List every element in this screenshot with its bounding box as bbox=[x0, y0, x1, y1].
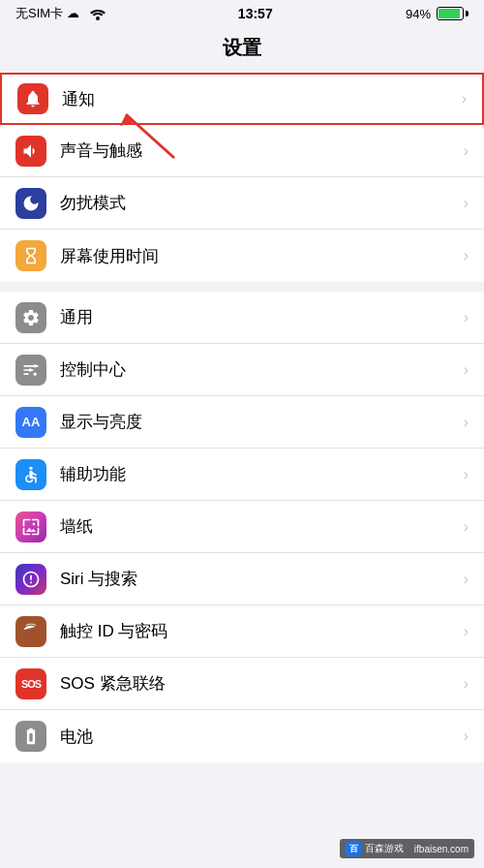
battery-icon-svg bbox=[21, 727, 41, 746]
siri-label: Siri 与搜索 bbox=[60, 568, 456, 590]
sound-icon bbox=[21, 141, 41, 161]
status-time: 13:57 bbox=[238, 6, 273, 21]
display-icon: AA bbox=[15, 407, 46, 438]
sounds-label: 声音与触感 bbox=[60, 140, 456, 162]
gear-icon bbox=[21, 308, 41, 327]
battery-percent: 94% bbox=[406, 7, 431, 21]
hourglass-icon bbox=[21, 246, 41, 265]
accessibility-icon-svg bbox=[21, 465, 41, 484]
svg-point-4 bbox=[29, 368, 32, 371]
fingerprint-icon bbox=[21, 622, 41, 641]
sounds-icon bbox=[15, 136, 46, 167]
watermark-icon: 百 bbox=[346, 841, 361, 856]
wifi-icon bbox=[90, 9, 106, 20]
notifications-icon bbox=[17, 83, 48, 114]
wallpaper-chevron: › bbox=[464, 518, 469, 536]
general-chevron: › bbox=[464, 309, 469, 326]
svg-point-6 bbox=[29, 466, 32, 469]
touchid-chevron: › bbox=[464, 623, 469, 640]
watermark: 百 百森游戏 ifbaisen.com bbox=[340, 839, 474, 858]
display-chevron: › bbox=[464, 414, 469, 431]
settings-item-sos[interactable]: SOS SOS 紧急联络 › bbox=[0, 658, 484, 710]
accessibility-label: 辅助功能 bbox=[60, 463, 456, 485]
settings-item-display[interactable]: AA 显示与亮度 › bbox=[0, 396, 484, 449]
settings-item-battery[interactable]: 电池 › bbox=[0, 710, 484, 762]
wallpaper-icon bbox=[15, 512, 46, 542]
controlcenter-icon bbox=[15, 355, 46, 386]
donotdisturb-label: 勿扰模式 bbox=[60, 192, 456, 214]
screentime-icon bbox=[15, 240, 46, 271]
wallpaper-icon-svg bbox=[21, 517, 41, 537]
settings-item-controlcenter[interactable]: 控制中心 › bbox=[0, 344, 484, 396]
notifications-chevron: › bbox=[462, 90, 467, 108]
watermark-url: ifbaisen.com bbox=[414, 844, 469, 854]
general-icon bbox=[15, 302, 46, 333]
display-label: 显示与亮度 bbox=[60, 411, 456, 433]
screentime-chevron: › bbox=[464, 247, 469, 264]
accessibility-chevron: › bbox=[464, 466, 469, 483]
status-bar: 无SIM卡 ☁ 13:57 94% bbox=[0, 0, 484, 27]
settings-group-1: 通知 › 声音与触感 › 勿扰模式 › bbox=[0, 73, 484, 282]
svg-point-0 bbox=[96, 16, 100, 20]
screentime-label: 屏幕使用时间 bbox=[60, 245, 456, 267]
battery-item-chevron: › bbox=[464, 728, 469, 745]
settings-item-screentime[interactable]: 屏幕使用时间 › bbox=[0, 230, 484, 282]
accessibility-icon bbox=[15, 459, 46, 490]
settings-item-siri[interactable]: Siri 与搜索 › bbox=[0, 553, 484, 605]
status-left: 无SIM卡 ☁ bbox=[15, 5, 106, 22]
donotdisturb-icon bbox=[15, 188, 46, 219]
settings-item-sounds[interactable]: 声音与触感 › bbox=[0, 125, 484, 177]
donotdisturb-chevron: › bbox=[464, 195, 469, 212]
general-label: 通用 bbox=[60, 306, 456, 328]
watermark-text: 百森游戏 bbox=[365, 842, 404, 855]
settings-section-1: 通知 › 声音与触感 › 勿扰模式 › bbox=[0, 73, 484, 282]
controlcenter-label: 控制中心 bbox=[60, 358, 456, 381]
touchid-label: 触控 ID 与密码 bbox=[60, 620, 456, 642]
nav-bar: 设置 bbox=[0, 27, 484, 73]
settings-item-wallpaper[interactable]: 墙纸 › bbox=[0, 501, 484, 553]
svg-point-3 bbox=[34, 372, 37, 375]
siri-icon bbox=[15, 564, 46, 595]
settings-item-touchid[interactable]: 触控 ID 与密码 › bbox=[0, 605, 484, 658]
sos-icon: SOS bbox=[15, 668, 46, 699]
settings-item-donotdisturb[interactable]: 勿扰模式 › bbox=[0, 177, 484, 230]
battery-status-icon bbox=[437, 7, 469, 20]
settings-item-notifications[interactable]: 通知 › bbox=[0, 73, 484, 125]
bell-icon bbox=[23, 89, 43, 108]
svg-point-5 bbox=[34, 364, 37, 367]
moon-icon bbox=[21, 194, 41, 213]
sos-chevron: › bbox=[464, 675, 469, 693]
notifications-label: 通知 bbox=[62, 88, 454, 110]
sounds-chevron: › bbox=[464, 142, 469, 160]
sliders-icon bbox=[21, 360, 41, 380]
siri-icon-svg bbox=[21, 570, 41, 589]
page-title: 设置 bbox=[223, 37, 261, 58]
controlcenter-chevron: › bbox=[464, 361, 469, 379]
battery-label: 电池 bbox=[60, 726, 456, 748]
touchid-icon bbox=[15, 616, 46, 647]
status-right: 94% bbox=[406, 7, 469, 21]
siri-chevron: › bbox=[464, 571, 469, 588]
settings-section-2: 通用 › 控制中心 › AA 显示与亮度 › bbox=[0, 292, 484, 762]
sos-label: SOS 紧急联络 bbox=[60, 672, 456, 695]
settings-item-general[interactable]: 通用 › bbox=[0, 292, 484, 344]
settings-group-2: 通用 › 控制中心 › AA 显示与亮度 › bbox=[0, 292, 484, 762]
wallpaper-label: 墙纸 bbox=[60, 515, 456, 538]
settings-item-accessibility[interactable]: 辅助功能 › bbox=[0, 449, 484, 501]
battery-icon bbox=[15, 721, 46, 752]
